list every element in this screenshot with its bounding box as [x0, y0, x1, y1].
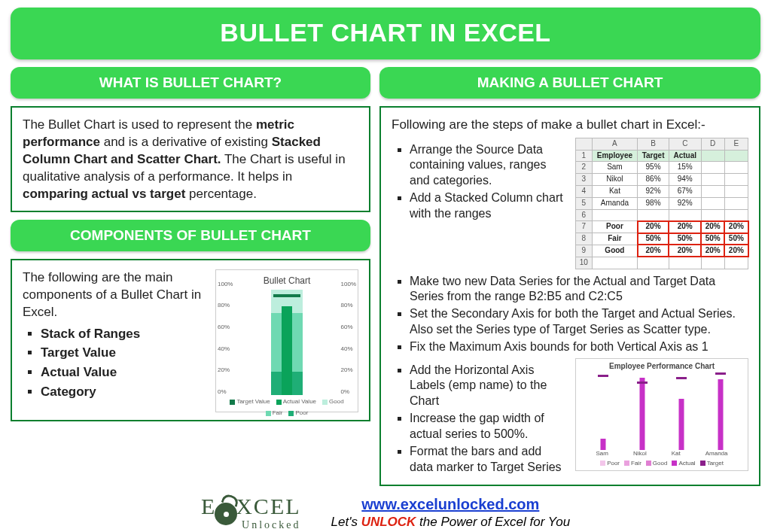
website-link[interactable]: www.excelunlocked.com	[361, 496, 539, 512]
lock-icon	[215, 503, 237, 525]
list-item: Actual Value	[41, 364, 208, 382]
footer-tagline: www.excelunlocked.com Let's UNLOCK the P…	[331, 496, 571, 530]
list-item: Add the Horizontal Axis Labels (emp name…	[410, 363, 568, 409]
list-item: Format the bars and add data marker to T…	[410, 444, 568, 475]
bullet-chart-thumbnail: Bullet Chart 100%80%60%40%20%0% 100%80%6…	[215, 269, 358, 412]
list-item: Category	[41, 384, 208, 401]
components-intro: The following are the main components of…	[23, 269, 208, 321]
steps-list-mid: Make two new Data Series for the Actual …	[392, 274, 748, 355]
list-item: Target Value	[41, 345, 208, 362]
list-item: Fix the Maximum Axis bounds for both Ver…	[410, 339, 748, 354]
list-item: Set the Secondary Axis for both the Targ…	[410, 306, 748, 337]
source-data-table: ABCDE 1EmployeeTargetActual 2Sam95%15% 3…	[575, 138, 748, 269]
list-item: Add a Stacked Column chart with the rang…	[410, 190, 568, 221]
footer: EXCEL Unlocked www.excelunlocked.com Let…	[11, 492, 760, 532]
making-box: Following are the steps of make a bullet…	[379, 106, 760, 486]
what-is-text: The Bullet Chart is used to represent th…	[23, 117, 358, 203]
left-column: WHAT IS BULLET CHART? The Bullet Chart i…	[11, 67, 370, 486]
components-list: Stack of Ranges Target Value Actual Valu…	[23, 326, 208, 402]
components-box: The following are the main components of…	[11, 259, 370, 421]
section-header-components: COMPONENTS OF BULLET CHART	[11, 220, 370, 251]
list-item: Arrange the Source Data containing value…	[410, 142, 568, 188]
what-is-box: The Bullet Chart is used to represent th…	[11, 106, 370, 212]
steps-intro: Following are the steps of make a bullet…	[392, 117, 748, 133]
section-header-what-is: WHAT IS BULLET CHART?	[11, 67, 370, 99]
employee-performance-chart: Employee Performance Chart Sam Nikol Kat…	[575, 358, 748, 471]
page-title: BULLET CHART IN EXCEL	[11, 18, 760, 47]
page-title-banner: BULLET CHART IN EXCEL	[11, 8, 760, 59]
list-item: Increase the gap width of actual series …	[410, 411, 568, 442]
steps-list-top: Arrange the Source Data containing value…	[392, 142, 568, 221]
two-column-layout: WHAT IS BULLET CHART? The Bullet Chart i…	[11, 67, 760, 486]
brand-logo: EXCEL Unlocked	[201, 492, 301, 532]
list-item: Stack of Ranges	[41, 326, 208, 343]
list-item: Make two new Data Series for the Actual …	[410, 274, 748, 305]
right-column: MAKING A BULLET CHART Following are the …	[379, 67, 760, 486]
steps-list-bot: Add the Horizontal Axis Labels (emp name…	[392, 363, 568, 475]
section-header-making: MAKING A BULLET CHART	[379, 67, 760, 99]
